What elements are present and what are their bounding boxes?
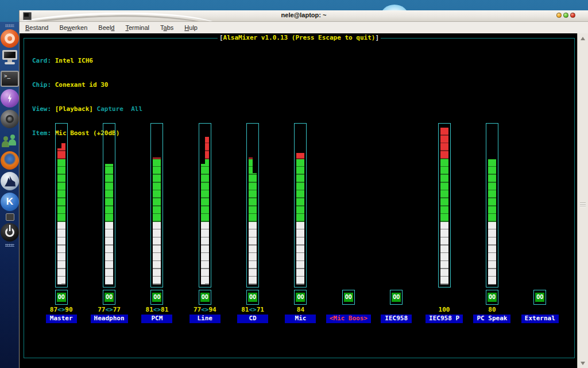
- minimize-button[interactable]: [556, 13, 562, 18]
- switch-slot-line: OO: [199, 288, 211, 305]
- channel-line: OO77<>94Line: [181, 123, 229, 323]
- switch-on-indicator-external: OO: [535, 293, 544, 302]
- volume-bar-pcm: [150, 123, 163, 288]
- switch-on-indicator-mic-boost: OO: [344, 293, 353, 302]
- channel-label-iec958: IEC958: [381, 315, 412, 323]
- channel-pc-speak: OO80PC Speak: [468, 123, 516, 323]
- channel-iec958: OOIEC958: [373, 123, 420, 323]
- switch-on-indicator-iec958: OO: [392, 293, 401, 302]
- dock-panel: >_K: [0, 22, 20, 368]
- window-buttons: [556, 13, 575, 18]
- purple-orb-app-icon[interactable]: [1, 89, 19, 108]
- menu-bewerken[interactable]: Bewerken: [59, 24, 87, 31]
- title-bracket-close: ]: [375, 34, 379, 41]
- volume-bar-cd: [246, 123, 259, 288]
- scroll-down-arrow-icon: [581, 362, 585, 365]
- firefox-browser-icon[interactable]: [1, 151, 19, 170]
- alsamixer-title-text: AlsaMixer v1.0.13 (Press Escape to quit): [223, 34, 376, 41]
- volume-fill-headphone-right: [109, 164, 113, 285]
- channel-headphone: OO77<>77Headphon: [85, 123, 133, 323]
- switch-slot-mic-boost: OO: [342, 288, 355, 305]
- switch-slot-headphone: OO: [103, 288, 115, 305]
- volume-bar-headphone: [103, 123, 115, 288]
- volume-fill-pcm-left: [153, 158, 157, 285]
- channel-label-mic-boost: <Mic Boos>: [326, 315, 371, 323]
- mute-switch-master: OO: [55, 290, 68, 305]
- terminal-window: nele@laptop: ~ BestandBewerkenBeeldTermi…: [19, 10, 588, 368]
- info-line-view: View: [Playback] Capture All: [32, 105, 142, 113]
- volume-fill-pc-speak-right: [492, 159, 496, 285]
- close-button[interactable]: [570, 13, 575, 18]
- kile-editor-icon[interactable]: K: [1, 193, 19, 211]
- view-extra: Capture All: [93, 105, 142, 113]
- ubuntu-logo-icon[interactable]: [1, 29, 19, 48]
- volume-value-mic: 84: [297, 305, 304, 315]
- menu-bestand[interactable]: Bestand: [25, 24, 48, 31]
- volume-fill-mic-left: [296, 153, 300, 285]
- volume-fill-line-left: [201, 164, 205, 285]
- display-monitor-icon[interactable]: [1, 50, 19, 68]
- channel-cd: OO81<>71CD: [229, 123, 276, 323]
- dock-handle[interactable]: [5, 24, 14, 27]
- speaker-volume-icon[interactable]: [1, 110, 19, 128]
- menu-beeld[interactable]: Beeld: [98, 24, 114, 31]
- window-titlebar[interactable]: nele@laptop: ~: [20, 10, 588, 22]
- mute-switch-line: OO: [199, 290, 211, 305]
- channel-label-iec958-p: IEC958 P: [425, 315, 463, 323]
- chip-value: Conexant id 30: [55, 81, 109, 89]
- mute-switch-cd: OO: [246, 290, 259, 305]
- mute-switch-iec958: OO: [390, 290, 403, 305]
- chip-label: Chip:: [32, 81, 55, 89]
- volume-value-headphone: 77<>77: [98, 305, 121, 315]
- scroll-down-button[interactable]: [578, 359, 587, 367]
- card-value: Intel ICH6: [55, 57, 93, 64]
- volume-value-master: 87<>90: [50, 305, 73, 315]
- volume-bar-line: [199, 123, 211, 288]
- switch-on-indicator-mic: OO: [296, 293, 305, 302]
- view-label: View:: [32, 105, 55, 113]
- channel-master: OO87<>90Master: [37, 123, 85, 323]
- power-button-icon[interactable]: [1, 223, 19, 241]
- volume-value-line: 77<>94: [194, 305, 216, 315]
- switch-on-indicator-headphone: OO: [105, 293, 114, 302]
- alsamixer-frame: [AlsaMixer v1.0.13 (Press Escape to quit…: [24, 38, 575, 358]
- volume-fill-master-right: [61, 143, 65, 285]
- scrollbar-thumb-grip[interactable]: [580, 202, 586, 207]
- terminal-app-icon[interactable]: >_: [1, 71, 19, 87]
- scroll-up-button[interactable]: [578, 34, 587, 43]
- menu-bar: BestandBewerkenBeeldTerminalTabsHulp: [20, 22, 588, 34]
- switch-slot-pc-speak: OO: [486, 288, 498, 305]
- window-title: nele@laptop: ~: [20, 12, 588, 18]
- mute-switch-headphone: OO: [103, 290, 115, 305]
- volume-value-pc-speak: 80: [488, 305, 496, 315]
- channel-label-external: External: [521, 315, 559, 323]
- scrollbar[interactable]: [577, 33, 588, 368]
- switch-slot-mic: OO: [294, 288, 307, 305]
- switch-slot-iec958: OO: [390, 288, 403, 305]
- volume-fill-mic-right: [300, 153, 304, 285]
- volume-fill-pc-speak-left: [488, 159, 492, 285]
- volume-fill-iec958-p-right: [444, 128, 448, 285]
- dock-handle-bottom[interactable]: [5, 244, 14, 247]
- switch-slot-master: OO: [55, 288, 68, 305]
- menu-hulp[interactable]: Hulp: [184, 24, 198, 31]
- wolf-app-icon[interactable]: [1, 172, 19, 190]
- volume-fill-cd-right: [253, 173, 257, 285]
- switch-slot-iec958-p: [438, 288, 451, 305]
- channel-label-master: Master: [46, 315, 77, 323]
- view-value: [Playback]: [55, 105, 93, 113]
- menu-terminal[interactable]: Terminal: [125, 24, 149, 31]
- switch-on-indicator-master: OO: [57, 293, 66, 302]
- messenger-contacts-icon[interactable]: [1, 131, 19, 149]
- channel-label-mic: Mic: [285, 315, 316, 323]
- mini-window-icon[interactable]: [6, 213, 14, 221]
- terminal-screen: [AlsaMixer v1.0.13 (Press Escape to quit…: [20, 33, 577, 368]
- switch-on-indicator-line: OO: [200, 293, 210, 302]
- maximize-button[interactable]: [563, 13, 568, 18]
- volume-value-iec958-p: 100: [439, 305, 450, 315]
- volume-value-pcm: 81<>81: [146, 305, 169, 315]
- channel-label-cd: CD: [237, 315, 268, 323]
- volume-fill-cd-left: [249, 158, 253, 285]
- menu-tabs[interactable]: Tabs: [160, 24, 173, 31]
- channel-label-headphone: Headphon: [91, 315, 128, 323]
